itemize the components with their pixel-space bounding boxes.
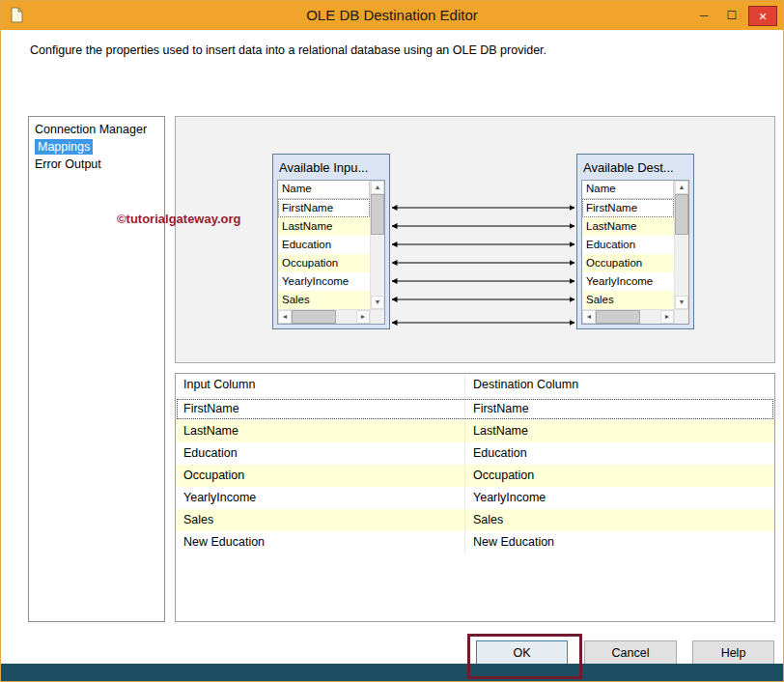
- cancel-button[interactable]: Cancel: [584, 640, 677, 666]
- window-controls: ─ ☐ ✕: [692, 5, 777, 26]
- page-navigation-list: Connection Manager Mappings Error Output: [28, 116, 165, 622]
- listbox-title: Available Inpu...: [277, 158, 385, 180]
- available-destination-columns-box: Available Dest... Name FirstName LastNam…: [576, 154, 694, 329]
- table-row[interactable]: YearlyIncome YearlyIncome: [176, 487, 774, 509]
- scrollbar-thumb[interactable]: [371, 194, 384, 235]
- destination-column-cell[interactable]: FirstName: [465, 398, 774, 420]
- mappings-canvas: Available Inpu... Name FirstName LastNam…: [175, 116, 775, 363]
- minimize-icon[interactable]: ─: [692, 6, 715, 26]
- window-title: OLE DB Destination Editor: [1, 1, 783, 30]
- close-icon[interactable]: ✕: [748, 6, 777, 26]
- input-column-cell[interactable]: YearlyIncome: [176, 487, 465, 509]
- ok-button[interactable]: OK: [476, 640, 568, 666]
- scroll-left-icon[interactable]: ◄: [278, 310, 292, 324]
- list-item[interactable]: FirstName: [278, 199, 370, 217]
- scrollbar-corner: [674, 309, 688, 324]
- destination-column-header: Destination Column: [465, 374, 774, 397]
- destination-columns-list: Name FirstName LastName Education Occupa…: [581, 180, 689, 325]
- input-column-cell[interactable]: New Education: [176, 531, 465, 554]
- sidebar-item-error-output[interactable]: Error Output: [29, 156, 164, 173]
- input-columns-list: Name FirstName LastName Education Occupa…: [277, 180, 385, 325]
- ole-db-destination-editor-dialog: OLE DB Destination Editor ─ ☐ ✕ Configur…: [0, 0, 784, 682]
- list-item[interactable]: Occupation: [582, 254, 674, 272]
- list-item[interactable]: LastName: [278, 217, 370, 236]
- sidebar-item-label: Error Output: [35, 157, 101, 171]
- input-column-cell[interactable]: Sales: [176, 509, 465, 531]
- footer-strip: [1, 664, 783, 681]
- table-row[interactable]: New Education New Education: [176, 531, 774, 554]
- available-input-columns-box: Available Inpu... Name FirstName LastNam…: [272, 154, 390, 329]
- list-item[interactable]: YearlyIncome: [582, 272, 674, 291]
- listbox-title: Available Dest...: [581, 158, 689, 180]
- input-column-cell[interactable]: Education: [176, 442, 465, 465]
- input-column-cell[interactable]: Occupation: [176, 465, 465, 487]
- table-row[interactable]: LastName LastName: [176, 420, 774, 442]
- scroll-up-icon[interactable]: ▲: [675, 181, 688, 194]
- scroll-right-icon[interactable]: ►: [356, 310, 370, 324]
- scroll-left-icon[interactable]: ◄: [582, 310, 596, 324]
- input-column-header: Input Column: [176, 374, 465, 397]
- list-item[interactable]: Sales: [582, 291, 674, 309]
- vertical-scrollbar[interactable]: ▲ ▼: [674, 181, 688, 309]
- help-button[interactable]: Help: [692, 640, 774, 666]
- destination-column-cell[interactable]: LastName: [465, 420, 774, 442]
- list-content: Name FirstName LastName Education Occupa…: [278, 181, 370, 309]
- vertical-scrollbar[interactable]: ▲ ▼: [370, 181, 384, 309]
- destination-column-cell[interactable]: Education: [465, 442, 774, 465]
- mapping-table: Input Column Destination Column FirstNam…: [175, 373, 775, 622]
- mapping-connector-lines[interactable]: [390, 117, 576, 364]
- list-item[interactable]: LastName: [582, 217, 674, 236]
- scroll-right-icon[interactable]: ►: [660, 310, 674, 324]
- title-bar[interactable]: OLE DB Destination Editor ─ ☐ ✕: [1, 1, 783, 30]
- scrollbar-thumb[interactable]: [596, 310, 640, 324]
- scrollbar-thumb[interactable]: [675, 194, 688, 235]
- horizontal-scrollbar[interactable]: ◄ ►: [582, 309, 674, 324]
- sidebar-item-label: Connection Manager: [35, 123, 147, 136]
- scroll-down-icon[interactable]: ▼: [371, 296, 384, 309]
- list-item[interactable]: Sales: [278, 291, 370, 309]
- list-item[interactable]: YearlyIncome: [278, 272, 370, 291]
- input-column-cell[interactable]: FirstName: [176, 398, 465, 420]
- dialog-description: Configure the properties used to insert …: [30, 43, 546, 57]
- list-item[interactable]: FirstName: [582, 199, 674, 217]
- list-column-header: Name: [582, 181, 674, 199]
- destination-column-cell[interactable]: Sales: [465, 509, 774, 531]
- maximize-icon[interactable]: ☐: [720, 6, 743, 26]
- destination-column-cell[interactable]: YearlyIncome: [465, 487, 774, 509]
- sidebar-item-label: Mappings: [35, 139, 93, 155]
- table-row[interactable]: Sales Sales: [176, 509, 774, 531]
- list-column-header: Name: [278, 181, 370, 199]
- table-row[interactable]: Education Education: [176, 442, 774, 465]
- scrollbar-corner: [370, 309, 384, 324]
- table-row[interactable]: FirstName FirstName: [176, 398, 774, 420]
- scroll-up-icon[interactable]: ▲: [371, 181, 384, 194]
- list-item[interactable]: Occupation: [278, 254, 370, 272]
- destination-column-cell[interactable]: New Education: [465, 531, 774, 554]
- input-column-cell[interactable]: LastName: [176, 420, 465, 442]
- table-header-row: Input Column Destination Column: [176, 374, 774, 398]
- list-content: Name FirstName LastName Education Occupa…: [582, 181, 674, 309]
- list-item[interactable]: Education: [582, 236, 674, 254]
- sidebar-item-mappings[interactable]: Mappings: [29, 138, 164, 156]
- scrollbar-thumb[interactable]: [292, 310, 336, 324]
- scroll-down-icon[interactable]: ▼: [675, 296, 688, 309]
- list-item[interactable]: Education: [278, 236, 370, 254]
- watermark: ©tutorialgateway.org: [117, 212, 241, 226]
- destination-column-cell[interactable]: Occupation: [465, 465, 774, 487]
- sidebar-item-connection-manager[interactable]: Connection Manager: [29, 121, 164, 138]
- table-row[interactable]: Occupation Occupation: [176, 465, 774, 487]
- horizontal-scrollbar[interactable]: ◄ ►: [278, 309, 370, 324]
